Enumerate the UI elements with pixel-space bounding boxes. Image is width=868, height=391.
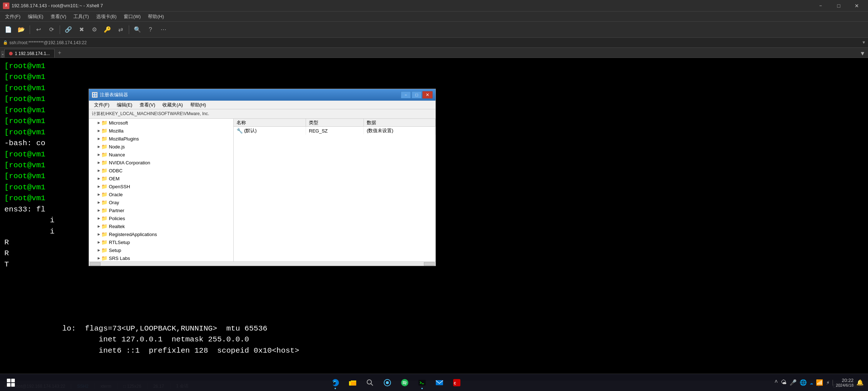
tree-item-nvidia[interactable]: ▶ 📁 NVIDIA Corporation (89, 159, 233, 167)
tree-arrow-srslabs: ▶ (96, 254, 101, 261)
tree-item-mozilla[interactable]: ▶ 📁 Mozilla (89, 127, 233, 135)
close-button[interactable]: ✕ (848, 1, 865, 11)
menu-tabs[interactable]: 选项卡(B) (93, 13, 120, 21)
tree-arrow-nvidia: ▶ (96, 159, 101, 167)
regedit-icon (92, 92, 98, 98)
col-type-header: 类型 (306, 119, 364, 126)
maximize-button[interactable]: □ (830, 1, 847, 11)
taskbar-app-music[interactable] (397, 375, 413, 391)
taskbar-app-copilot[interactable] (379, 375, 395, 391)
tab-add-button[interactable]: + (55, 49, 64, 58)
tree-item-openssh[interactable]: ▶ 📁 OpenSSH (89, 182, 233, 190)
toolbar-open[interactable]: 📂 (15, 24, 27, 36)
regedit-menu-file[interactable]: 文件(F) (90, 101, 113, 109)
systray-notification[interactable]: 🔔 (856, 379, 864, 386)
taskbar-app-csdn[interactable]: C (449, 375, 465, 391)
minimize-button[interactable]: － (812, 1, 829, 11)
col-name-header: 名称 (234, 119, 306, 126)
tree-item-oray[interactable]: ▶ 📁 Oray (89, 198, 233, 206)
start-button[interactable] (3, 375, 19, 391)
systray-power[interactable]: ⚡ (826, 379, 830, 386)
menu-file[interactable]: 文件(F) (1, 13, 24, 21)
tab-label: 1 192.168.174.1... (15, 51, 50, 56)
folder-icon-nodejs: 📁 (101, 144, 107, 150)
address-arrow[interactable]: ▼ (863, 40, 865, 45)
regedit-menu-edit[interactable]: 编辑(E) (113, 101, 136, 109)
toolbar-settings[interactable]: ⚙ (88, 24, 101, 36)
taskbar-app-explorer[interactable] (345, 375, 361, 391)
address-text: ssh://root:*********@192.168.174.143:22 (9, 40, 87, 45)
tree-item-oracle[interactable]: ▶ 📁 Oracle (89, 190, 233, 198)
tree-item-rtlsetup[interactable]: ▶ 📁 RTLSetup (89, 238, 233, 246)
toolbar-back[interactable]: ↩ (32, 24, 44, 36)
toolbar-connect[interactable]: 🔗 (62, 24, 75, 36)
systray-network[interactable]: 🌐 (800, 379, 807, 386)
taskbar-app-mail[interactable] (431, 375, 447, 391)
systray-weather[interactable]: 🌤 (781, 379, 787, 386)
regedit-menu-favorites[interactable]: 收藏夹(A) (159, 101, 186, 109)
regedit-menu-help[interactable]: 帮助(H) (187, 101, 210, 109)
tree-item-nuance[interactable]: ▶ 📁 Nuance (89, 151, 233, 159)
tree-item-srslabs[interactable]: ▶ 📁 SRS Labs (89, 254, 233, 261)
tree-label-policies: Policies (109, 216, 125, 221)
edge-dot (335, 388, 336, 389)
tab-scroll-left[interactable]: ◂ (1, 51, 4, 58)
taskbar-app-search[interactable] (362, 375, 378, 391)
svg-point-10 (386, 381, 389, 384)
tree-arrow-policies: ▶ (96, 214, 101, 222)
svg-rect-3 (95, 95, 97, 97)
taskbar-clock[interactable]: 20:22 2024/6/18 (836, 378, 854, 387)
tree-item-partner[interactable]: ▶ 📁 Partner (89, 206, 233, 214)
toolbar-transfer[interactable]: ⇄ (114, 24, 127, 36)
folder-icon-odbc: 📁 (101, 168, 107, 173)
regedit-maximize[interactable]: □ (412, 91, 422, 98)
taskbar-app-terminal[interactable] (414, 375, 430, 391)
toolbar-disconnect[interactable]: ✖ (75, 24, 88, 36)
tab-right-controls: ▼ (859, 50, 867, 58)
tree-item-mozillaplugins[interactable]: ▶ 📁 MozillaPlugins (89, 135, 233, 143)
tree-item-policies[interactable]: ▶ 📁 Policies (89, 214, 233, 222)
toolbar-search[interactable]: 🔍 (131, 24, 144, 36)
terminal-lower: lo: flags=73<UP,LOOPBACK,RUNNING> mtu 65… (58, 320, 868, 359)
folder-icon-microsoft: 📁 (101, 120, 107, 126)
systray-mic[interactable]: 🎤 (790, 379, 797, 386)
menu-window[interactable]: 窗口(W) (120, 13, 144, 21)
tree-item-oem[interactable]: ▶ 📁 OEM (89, 175, 233, 182)
address-bar: 🔒 ssh://root:*********@192.168.174.143:2… (0, 38, 868, 48)
search-icon (366, 378, 374, 387)
regedit-title-text: 注册表编辑器 (100, 92, 128, 98)
tree-label-rtlsetup: RTLSetup (109, 240, 130, 245)
tree-item-odbc[interactable]: ▶ 📁 ODBC (89, 167, 233, 175)
tree-item-nodejs[interactable]: ▶ 📁 Node.js (89, 143, 233, 151)
regedit-close[interactable]: ✕ (422, 91, 433, 98)
systray-wifi[interactable]: 📶 (816, 379, 823, 386)
toolbar-key[interactable]: 🔑 (101, 24, 114, 36)
regedit-minimize[interactable]: － (401, 91, 411, 98)
value-row-default[interactable]: 🔧 (默认) REG_SZ (数值未设置) (234, 127, 435, 135)
toolbar-refresh[interactable]: ⟳ (45, 24, 58, 36)
taskbar-systray: ^ 🌤 🎤 🌐 ☁ 📶 ⚡ 20:22 2024/6/18 🔔 (770, 378, 868, 387)
scroll-right-btn[interactable] (424, 262, 435, 266)
tree-arrow-oray: ▶ (96, 198, 101, 206)
tree-pane[interactable]: ▶ 📁 Microsoft ▶ 📁 Mozilla ▶ (89, 119, 234, 261)
tree-item-setup[interactable]: ▶ 📁 Setup (89, 246, 233, 254)
toolbar-more[interactable]: ⋯ (157, 24, 170, 36)
systray-onedrive[interactable]: ☁ (810, 379, 813, 386)
menu-edit[interactable]: 编辑(E) (24, 13, 47, 21)
regedit-scrollbar-h[interactable] (89, 261, 435, 266)
menu-view[interactable]: 查看(V) (47, 13, 70, 21)
toolbar-help[interactable]: ? (144, 24, 157, 36)
tab-session-1[interactable]: 1 192.168.174.1... (4, 49, 55, 58)
regedit-menu-view[interactable]: 查看(V) (136, 101, 159, 109)
tab-list-button[interactable]: ▼ (859, 50, 867, 58)
taskbar-app-edge[interactable] (327, 375, 343, 391)
toolbar-new[interactable]: 📄 (2, 24, 14, 36)
menu-tools[interactable]: 工具(T) (70, 13, 93, 21)
tree-item-realtek[interactable]: ▶ 📁 Realtek (89, 222, 233, 230)
menu-help[interactable]: 帮助(H) (144, 13, 167, 21)
scroll-left-btn[interactable] (90, 262, 101, 266)
systray-chevron[interactable]: ^ (774, 379, 778, 386)
tree-item-microsoft[interactable]: ▶ 📁 Microsoft (89, 119, 233, 127)
tree-item-registeredapps[interactable]: ▶ 📁 RegisteredApplications (89, 230, 233, 238)
scroll-track (101, 262, 424, 266)
